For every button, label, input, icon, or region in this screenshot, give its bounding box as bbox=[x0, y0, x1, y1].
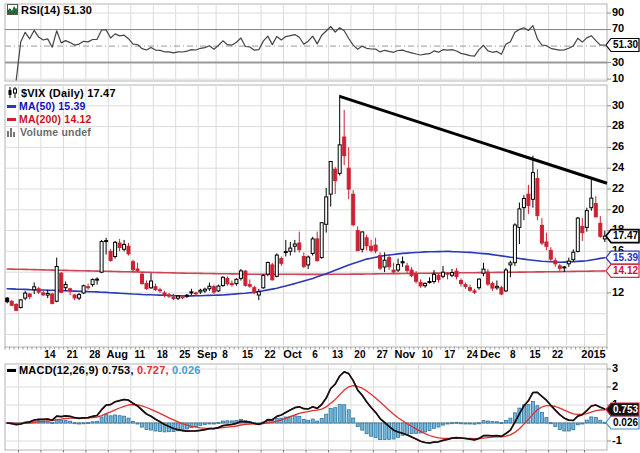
main-legend: $VIX (Daily) 17.47 MA(50) 15.39 MA(200) … bbox=[7, 87, 116, 139]
svg-text:20: 20 bbox=[354, 349, 366, 360]
svg-text:22: 22 bbox=[552, 349, 564, 360]
svg-text:10: 10 bbox=[612, 72, 624, 84]
stockchart-screenshot: 90703010302826242220181614123210-1142128… bbox=[0, 0, 640, 453]
svg-text:-1: -1 bbox=[612, 434, 622, 446]
svg-text:27: 27 bbox=[377, 349, 389, 360]
svg-text:20: 20 bbox=[612, 203, 624, 215]
ma50-legend-label: MA(50) 15.39 bbox=[19, 100, 86, 112]
svg-text:17.47: 17.47 bbox=[613, 230, 638, 241]
svg-text:13: 13 bbox=[332, 349, 344, 360]
candlestick-icon bbox=[7, 87, 18, 101]
svg-text:17: 17 bbox=[444, 349, 456, 360]
svg-text:51.30: 51.30 bbox=[613, 39, 638, 50]
symbol-legend-row: $VIX (Daily) 17.47 bbox=[7, 87, 116, 100]
svg-text:3: 3 bbox=[612, 362, 618, 374]
svg-text:8: 8 bbox=[510, 349, 516, 360]
svg-text:28: 28 bbox=[612, 119, 624, 131]
area-chart-icon bbox=[7, 4, 18, 17]
svg-text:28: 28 bbox=[89, 349, 101, 360]
svg-text:0.026: 0.026 bbox=[613, 417, 638, 428]
macd-legend: MACD(12,26,9) 0.753, 0.727, 0.026 bbox=[7, 364, 201, 376]
volume-bars-icon bbox=[7, 127, 17, 140]
svg-text:14: 14 bbox=[44, 349, 56, 360]
svg-text:8: 8 bbox=[222, 349, 228, 360]
svg-text:70: 70 bbox=[612, 22, 624, 34]
rsi-legend-label: RSI(14) 51.30 bbox=[21, 4, 92, 16]
svg-text:15.39: 15.39 bbox=[613, 252, 638, 263]
svg-text:6: 6 bbox=[312, 349, 318, 360]
macd-legend-label: MACD(12,26,9) 0.753, bbox=[19, 364, 134, 376]
svg-text:22: 22 bbox=[264, 349, 276, 360]
svg-text:22: 22 bbox=[612, 182, 624, 194]
svg-text:21: 21 bbox=[67, 349, 79, 360]
svg-text:2015: 2015 bbox=[581, 348, 605, 360]
red-line-swatch-icon bbox=[7, 118, 16, 121]
chart-canvas: 90703010302826242220181614123210-1142128… bbox=[0, 0, 640, 453]
volume-legend-row: Volume undef bbox=[7, 126, 116, 139]
svg-text:30: 30 bbox=[612, 56, 624, 68]
blue-line-swatch-icon bbox=[7, 105, 16, 108]
macd-signal-value: 0.727, bbox=[137, 364, 169, 376]
volume-legend-label: Volume undef bbox=[20, 126, 91, 138]
svg-text:30: 30 bbox=[612, 99, 624, 111]
svg-text:18: 18 bbox=[157, 349, 169, 360]
ma200-legend-row: MA(200) 14.12 bbox=[7, 113, 116, 126]
svg-text:10: 10 bbox=[422, 349, 434, 360]
svg-text:Nov: Nov bbox=[394, 348, 416, 360]
svg-text:24: 24 bbox=[612, 161, 625, 173]
svg-text:0.753: 0.753 bbox=[613, 404, 638, 415]
svg-text:2: 2 bbox=[612, 380, 618, 392]
svg-text:Aug: Aug bbox=[107, 348, 128, 360]
svg-text:25: 25 bbox=[179, 349, 191, 360]
svg-text:Sep: Sep bbox=[197, 348, 217, 360]
svg-text:26: 26 bbox=[612, 140, 624, 152]
svg-text:14.12: 14.12 bbox=[613, 265, 638, 276]
symbol-legend-label: $VIX (Daily) 17.47 bbox=[21, 87, 116, 99]
svg-text:11: 11 bbox=[134, 349, 145, 360]
svg-text:12: 12 bbox=[612, 286, 624, 298]
svg-text:15: 15 bbox=[242, 349, 254, 360]
svg-text:15: 15 bbox=[530, 349, 542, 360]
svg-text:Dec: Dec bbox=[480, 348, 500, 360]
rsi-legend: RSI(14) 51.30 bbox=[7, 4, 92, 17]
macd-hist-value: 0.026 bbox=[172, 364, 201, 376]
svg-text:Oct: Oct bbox=[283, 348, 302, 360]
svg-text:24: 24 bbox=[467, 349, 479, 360]
ma200-legend-label: MA(200) 14.12 bbox=[19, 113, 92, 125]
black-line-swatch-icon bbox=[7, 369, 16, 372]
ma50-legend-row: MA(50) 15.39 bbox=[7, 100, 116, 113]
svg-text:90: 90 bbox=[612, 6, 624, 18]
